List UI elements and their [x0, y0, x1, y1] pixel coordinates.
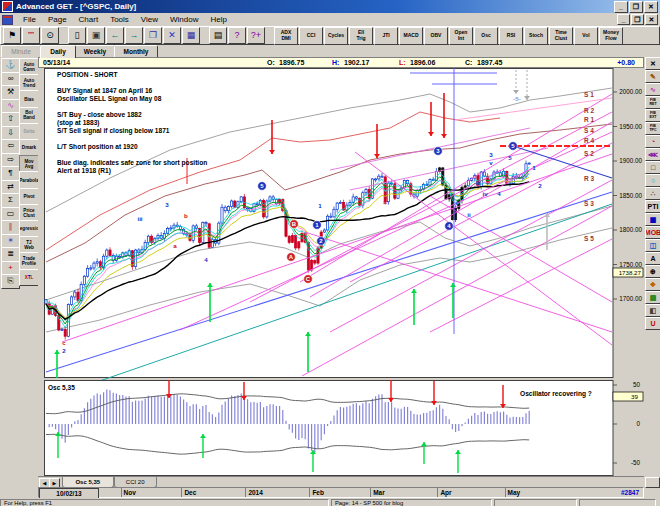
study-button-stoch[interactable]: Stoch	[524, 27, 548, 45]
child-window-close-button[interactable]: ✕	[645, 14, 658, 25]
tab-daily[interactable]: Daily	[40, 45, 76, 58]
delete-page-icon[interactable]: ✕	[163, 27, 181, 44]
menu-window[interactable]: Window	[164, 15, 204, 24]
study-button-rsi[interactable]: RSI	[499, 27, 523, 45]
menu-help[interactable]: Help	[204, 15, 232, 24]
tab-monthly[interactable]: Monthly	[114, 45, 158, 57]
low-value: 1896.06	[410, 59, 435, 66]
layout-icon[interactable]: ◧	[645, 304, 660, 317]
search-icon[interactable]: ⊙	[41, 27, 59, 44]
tab-weekly[interactable]: Weekly	[75, 45, 115, 57]
window-title: Advanced GET - [^GSPC, Daily]	[16, 2, 136, 11]
quote-icon[interactable]: ””	[22, 27, 40, 44]
undo-icon[interactable]: U	[645, 317, 660, 330]
annotation-line	[57, 135, 267, 143]
study-button-regression[interactable]: Regression	[19, 220, 39, 238]
zoom-tool-icon[interactable]: ⊕	[645, 265, 660, 278]
study-button-pivot[interactable]: Pivot	[19, 188, 39, 206]
menu-page[interactable]: Page	[42, 15, 73, 24]
study-button-adx-dmi[interactable]: ADXDMI	[274, 27, 298, 45]
study-button-vol[interactable]: Vol	[574, 27, 598, 45]
gann-circle-icon[interactable]: ◔	[645, 135, 660, 148]
svg-text:S 1: S 1	[584, 91, 594, 98]
study-button-macd[interactable]: MACD	[399, 27, 423, 45]
dots-tool-icon[interactable]: ∴	[645, 187, 660, 200]
grid-icon[interactable]: ▦	[645, 213, 660, 226]
status-box-3	[494, 499, 577, 506]
window-controls: _❐✕	[614, 1, 658, 13]
toolbar-group-3: ▤??+	[209, 27, 265, 44]
study-button-obv[interactable]: OBV	[424, 27, 448, 45]
svg-text:2: 2	[62, 347, 66, 354]
next-page-icon[interactable]: →	[125, 27, 143, 44]
study-button-delta[interactable]: Delta	[19, 123, 39, 141]
svg-text:iii: iii	[137, 215, 142, 222]
copy-page-icon[interactable]: ❐	[144, 27, 162, 44]
study-button-cycles[interactable]: Cycles	[324, 27, 348, 45]
month-label-dec: Dec	[181, 488, 196, 497]
new-page-icon[interactable]: ▯	[68, 27, 86, 44]
chart-window-icon[interactable]: ◫	[645, 239, 660, 252]
study-button-time-clust[interactable]: TimeClust	[549, 27, 573, 45]
menu-chart[interactable]: Chart	[73, 15, 105, 24]
study-button-trade-profile[interactable]: TradeProfile	[19, 252, 39, 270]
annotation-line: (stop at 1883)	[57, 119, 267, 127]
prev-page-icon[interactable]: ←	[106, 27, 124, 44]
mob-icon[interactable]: MOB	[645, 226, 660, 239]
study-button-price-clust[interactable]: PriceClust	[19, 204, 39, 222]
child-window-minimize-button[interactable]: _	[617, 14, 630, 25]
palette-icon[interactable]: ❖	[645, 278, 660, 291]
study-button-bias[interactable]: Bias	[19, 90, 39, 108]
study-button-tj-web[interactable]: TJWeb	[19, 236, 39, 254]
trendline-icon[interactable]: ∿	[645, 83, 660, 96]
bar-date: 05/13/14	[43, 59, 70, 66]
print-icon[interactable]: ▤	[209, 27, 227, 44]
gann-fan-icon[interactable]: ⋘	[645, 148, 660, 161]
toolbar: ⚑””⊙▯▣←→❐✕▦▤??+ADXDMICCICyclesEllTrigJTI…	[0, 26, 660, 45]
svg-text:C: C	[306, 276, 311, 282]
window-restore-button[interactable]: ❐	[629, 1, 643, 13]
pti-icon[interactable]: PTI	[645, 200, 660, 213]
svg-text:iv: iv	[482, 190, 488, 197]
fib-time-price-icon[interactable]: FIBTPC	[645, 122, 660, 135]
context-help-icon[interactable]: ?+	[247, 27, 265, 44]
study-button-jti[interactable]: JTI	[374, 27, 398, 45]
fib-extension-icon[interactable]: FIBEXT	[645, 109, 660, 122]
tab-minute[interactable]: Minute	[1, 45, 41, 57]
close-tool-icon[interactable]: ✕	[645, 57, 660, 70]
help-icon[interactable]: ?	[228, 27, 246, 44]
month-label-feb: Feb	[309, 488, 324, 497]
svg-text:S 4: S 4	[584, 127, 594, 134]
study-button-auto-gann[interactable]: AutoGann	[19, 58, 39, 76]
ellipse-tool-icon[interactable]: ○	[645, 174, 660, 187]
window-minimize-button[interactable]: _	[614, 1, 628, 13]
study-button-mov-avg[interactable]: MovAvg	[19, 155, 39, 173]
study-button-auto-trend[interactable]: AutoTrend	[19, 74, 39, 92]
study-button-parabola[interactable]: Parabola	[19, 171, 39, 189]
exit-icon[interactable]: ⎘	[1, 274, 20, 289]
study-button-money-flow[interactable]: MoneyFlow	[599, 27, 623, 45]
study-button-bol-band[interactable]: BolBand	[19, 107, 39, 125]
window-close-button[interactable]: ✕	[644, 1, 658, 13]
study-button-dmark[interactable]: Dmark	[19, 139, 39, 157]
snap-grid-icon[interactable]: ▤	[645, 291, 660, 304]
rectangle-tool-icon[interactable]: □	[645, 161, 660, 174]
pencil-icon[interactable]: ✎	[645, 70, 660, 83]
pointer-icon[interactable]: ⚑	[3, 27, 21, 44]
study-button-xtl[interactable]: XTL	[19, 269, 39, 287]
study-button-osc[interactable]: Osc	[474, 27, 498, 45]
menu-file[interactable]: File	[17, 15, 42, 24]
corner-sizer[interactable]	[645, 477, 660, 488]
study-button-open-int[interactable]: OpenInt	[449, 27, 473, 45]
text-tool-icon[interactable]: A	[645, 252, 660, 265]
menu-view[interactable]: View	[135, 15, 164, 24]
fib-retracement-icon[interactable]: FIBRET	[645, 96, 660, 109]
study-button-ell-trig[interactable]: EllTrig	[349, 27, 373, 45]
study-button-cci[interactable]: CCI	[299, 27, 323, 45]
tile-windows-icon[interactable]: ▦	[182, 27, 200, 44]
child-window-restore-button[interactable]: ❐	[631, 14, 644, 25]
svg-text:Osc 5,35: Osc 5,35	[48, 384, 75, 392]
camera-icon[interactable]: ▣	[87, 27, 105, 44]
menu-tools[interactable]: Tools	[104, 15, 135, 24]
quote-header: 05/13/14 O: 1896.75 H: 1902.17 L: 1896.0…	[38, 57, 644, 68]
